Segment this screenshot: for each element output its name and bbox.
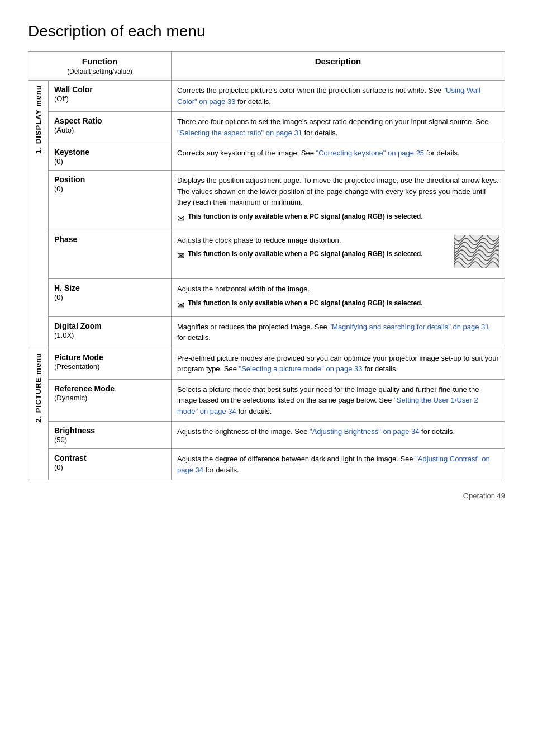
desc-link[interactable]: "Adjusting Contrast" on page 34 [177,455,490,474]
function-name: Brightness [54,426,95,435]
desc-text: Adjusts the brightness of the image. See… [177,427,455,436]
desc-link[interactable]: "Using Wall Color" on page 33 [177,86,480,106]
function-default: (Presentation) [54,362,100,371]
desc-text: Selects a picture mode that best suits y… [177,385,479,415]
function-default: (Off) [54,94,69,103]
function-cell: Keystone(0) [49,143,172,171]
note-box: ✉ This function is only available when a… [177,249,449,263]
desc-text: Corrects the projected picture's color w… [177,86,480,106]
page-footer: Operation 49 [463,492,505,500]
description-cell: Corrects any keystoning of the image. Se… [172,143,505,171]
description-cell: There are four options to set the image'… [172,112,505,143]
function-cell: Reference Mode(Dynamic) [49,379,172,422]
function-default: (Auto) [54,126,74,134]
section-label-text-picture: 2. PICTURE menu [34,353,42,423]
description-cell: Pre-defined picture modes are provided s… [172,348,505,379]
desc-link[interactable]: "Selecting the aspect ratio" on page 31 [177,129,302,137]
note-text: This function is only available when a P… [188,211,423,221]
function-default: (0) [54,463,63,471]
phase-desc-text: Adjusts the clock phase to reduce image … [177,236,341,244]
description-cell: Selects a picture mode that best suits y… [172,379,505,422]
function-default: (50) [54,436,67,444]
note-icon: ✉ [177,299,184,312]
desc-link[interactable]: "Adjusting Brightness" on page 34 [310,427,419,436]
function-default: (1.0X) [54,331,74,339]
function-cell: Phase [49,230,172,279]
function-cell: Contrast(0) [49,449,172,480]
desc-text: Displays the position adjustment page. T… [177,176,499,206]
desc-text: Adjusts the degree of difference between… [177,455,490,474]
function-name: Reference Mode [54,384,115,393]
desc-text: Adjusts the horizontal width of the imag… [177,285,310,293]
function-cell: Aspect Ratio(Auto) [49,112,172,143]
section-label-display: 1. DISPLAY menu [28,81,49,348]
function-name: Digital Zoom [54,322,102,330]
desc-link[interactable]: "Selecting a picture mode" on page 33 [239,365,363,373]
note-box: ✉ This function is only available when a… [177,298,499,312]
function-sub: (Default setting/value) [67,68,132,75]
page-title: Description of each menu [28,22,505,40]
function-cell: H. Size(0) [49,279,172,317]
main-table: Function (Default setting/value) Descrip… [28,51,505,480]
desc-text: Pre-defined picture modes are provided s… [177,354,499,374]
function-name: Keystone [54,148,89,157]
function-name: Position [54,175,85,184]
function-name: Phase [54,235,77,244]
section-label-text-display: 1. DISPLAY menu [34,85,42,154]
function-default: (0) [54,157,63,166]
desc-link[interactable]: "Magnifying and searching for details" o… [329,323,489,331]
note-text: This function is only available when a P… [188,298,423,308]
function-name: H. Size [54,284,80,292]
desc-text: Magnifies or reduces the projected image… [177,323,489,342]
desc-link[interactable]: "Setting the User 1/User 2 mode" on page… [177,396,478,415]
function-default: (0) [54,185,63,193]
description-header: Description [172,52,505,81]
description-cell: Adjusts the brightness of the image. See… [172,422,505,449]
desc-link[interactable]: "Correcting keystone" on page 25 [316,149,425,157]
desc-text: There are four options to set the image'… [177,117,489,137]
description-cell: Magnifies or reduces the projected image… [172,316,505,348]
function-name: Contrast [54,453,87,462]
function-cell: Position(0) [49,171,172,230]
section-label-picture: 2. PICTURE menu [28,348,49,480]
function-default: (Dynamic) [54,394,87,402]
desc-text: Corrects any keystoning of the image. Se… [177,149,460,157]
function-default: (0) [54,293,63,301]
function-label: Function [82,56,117,66]
description-cell: Adjusts the horizontal width of the imag… [172,279,505,317]
function-cell: Brightness(50) [49,422,172,449]
function-name: Wall Color [54,85,93,94]
description-cell: Adjusts the clock phase to reduce image … [172,230,505,279]
note-icon: ✉ [177,249,184,263]
description-cell: Adjusts the degree of difference between… [172,449,505,480]
distortion-image [454,235,499,272]
function-header: Function (Default setting/value) [28,52,172,81]
function-cell: Picture Mode(Presentation) [49,348,172,379]
note-icon: ✉ [177,212,184,225]
description-cell: Displays the position adjustment page. T… [172,171,505,230]
description-cell: Corrects the projected picture's color w… [172,81,505,112]
function-cell: Digital Zoom(1.0X) [49,316,172,348]
note-text: This function is only available when a P… [188,249,423,259]
phase-description: Adjusts the clock phase to reduce image … [177,235,499,246]
function-name: Picture Mode [54,353,103,362]
function-name: Aspect Ratio [54,116,102,125]
function-cell: Wall Color(Off) [49,81,172,112]
note-box: ✉ This function is only available when a… [177,211,499,225]
